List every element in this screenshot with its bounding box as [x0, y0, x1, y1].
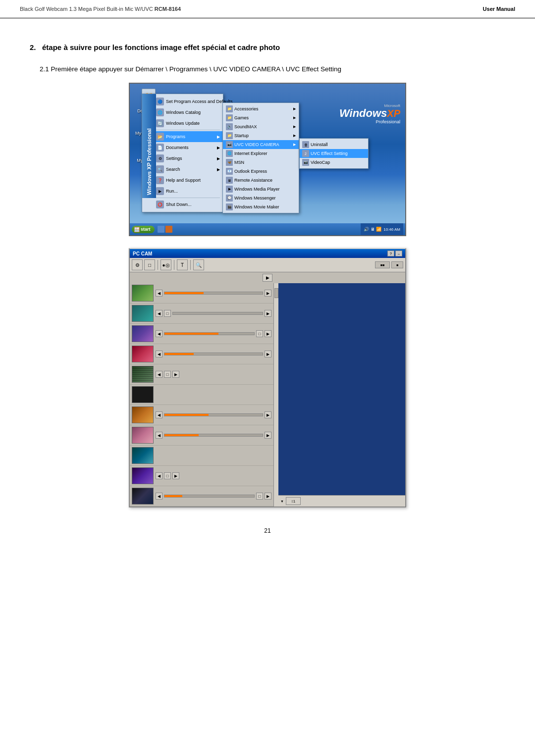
- preview-btn-rec[interactable]: ■■: [375, 261, 390, 268]
- effect-btn-mid-10[interactable]: □: [164, 472, 171, 479]
- sm-item-shutdown[interactable]: ⭕ Shut Down...: [153, 199, 223, 210]
- effect-btn-next-2[interactable]: ▶: [265, 310, 271, 317]
- effect-btn-mid-3[interactable]: □: [256, 330, 263, 337]
- effect-thumb-8[interactable]: [132, 427, 154, 444]
- effect-btn-next-1[interactable]: ▶: [265, 290, 271, 297]
- effect-thumb-11[interactable]: [132, 488, 154, 504]
- effect-btn-prev-3[interactable]: ◀: [156, 330, 162, 337]
- scrollbar-thumb[interactable]: [274, 288, 278, 298]
- effect-slider-7[interactable]: [164, 413, 263, 416]
- prog-startup[interactable]: 📁 Startup ▶: [223, 131, 299, 140]
- effect-btn-next-5[interactable]: ▶: [172, 371, 179, 378]
- prog-remote[interactable]: 🖥 Remote Assistance: [223, 176, 299, 185]
- prog-arrow-uvc: ▶: [293, 143, 296, 147]
- sm-item-catalog[interactable]: 🌐 Windows Catalog: [153, 107, 223, 118]
- effect-thumb-5[interactable]: [132, 366, 154, 383]
- toolbar-btn-circle[interactable]: ●◎: [160, 259, 171, 270]
- effect-row-3: ◀ □ ▶: [130, 324, 273, 344]
- prog-moviemaker[interactable]: 🎬 Windows Movie Maker: [223, 202, 299, 211]
- prog-uvc[interactable]: 📷 UVC VIDEO CAMERA ▶: [223, 140, 299, 149]
- prog-soundmax[interactable]: 🔊 SoundMAX ▶: [223, 122, 299, 131]
- quick-launch-icon1[interactable]: [158, 226, 164, 233]
- prog-ie[interactable]: 🌐 Internet Explorer: [223, 149, 299, 158]
- effect-thumb-1[interactable]: [132, 285, 154, 302]
- sm-icon-run: ▶: [156, 187, 164, 195]
- preview-panel: [278, 283, 405, 495]
- sm-item-documents[interactable]: 📄 Documents ▶: [153, 142, 223, 153]
- effect-row-6: [130, 385, 273, 405]
- effect-slider-2[interactable]: [172, 312, 263, 315]
- preview-btn-stop[interactable]: ■: [391, 261, 403, 268]
- titlebar-minimize-btn[interactable]: –: [395, 251, 402, 256]
- effect-scrollbar[interactable]: [273, 283, 278, 506]
- effect-thumb-6[interactable]: [132, 386, 154, 403]
- quick-launch-icon2[interactable]: [165, 226, 172, 233]
- sm-item-update[interactable]: 🔄 Windows Update: [153, 118, 223, 129]
- prog-outlook[interactable]: 📧 Outlook Express: [223, 167, 299, 176]
- effect-thumb-3[interactable]: [132, 325, 154, 342]
- prog-label-uvc: UVC VIDEO CAMERA: [234, 142, 279, 147]
- effect-btn-next-11[interactable]: ▶: [265, 493, 271, 500]
- sm-item-program-access[interactable]: 🔵 Set Program Access and Defaults: [153, 96, 223, 107]
- prog-games[interactable]: 📁 Games ▶: [223, 113, 299, 122]
- sm-label-help: Help and Support: [166, 178, 201, 183]
- effect-btn-prev-11[interactable]: ◀: [156, 493, 162, 500]
- sm-item-run[interactable]: ▶ Run...: [153, 186, 223, 197]
- preview-column: ▼ ↕1: [278, 283, 405, 506]
- sm-icon-programs: 📂: [156, 133, 164, 141]
- effect-thumb-4[interactable]: [132, 346, 154, 362]
- toolbar-btn-square[interactable]: □: [144, 259, 155, 270]
- play-button[interactable]: ▶: [263, 274, 272, 282]
- sm-item-help[interactable]: ❓ Help and Support: [153, 175, 223, 186]
- preview-bottom-btn1[interactable]: ↕1: [286, 497, 301, 505]
- effect-slider-4[interactable]: [164, 353, 263, 355]
- uvc-label-uninstall: Uninstall: [311, 142, 328, 147]
- effect-btn-prev-1[interactable]: ◀: [156, 290, 162, 297]
- sm-label-search: Search: [166, 167, 180, 172]
- toolbar-btn-zoom[interactable]: 🔍: [193, 259, 204, 270]
- effect-btn-prev-7[interactable]: ◀: [156, 411, 162, 418]
- effect-btn-next-8[interactable]: ▶: [265, 432, 271, 439]
- effect-btn-prev-4[interactable]: ◀: [156, 351, 162, 357]
- uvc-effect-setting[interactable]: 2 UVC Effect Setting: [300, 149, 368, 158]
- effect-slider-8[interactable]: [164, 434, 263, 437]
- effect-slider-fill-3: [164, 333, 218, 335]
- systray-icons: 🔊 🖥 📶: [364, 227, 381, 232]
- sm-item-settings[interactable]: ⚙ Settings ▶: [153, 153, 223, 164]
- effect-slider-11[interactable]: [164, 495, 255, 498]
- effect-btn-prev-8[interactable]: ◀: [156, 432, 162, 439]
- effect-row-9: [130, 446, 273, 466]
- effect-btn-mid-2[interactable]: □: [164, 310, 171, 317]
- prog-messenger[interactable]: 💬 Windows Messenger: [223, 194, 299, 202]
- effect-btn-prev-10[interactable]: ◀: [156, 472, 162, 479]
- prog-label-msg: Windows Messenger: [234, 196, 276, 201]
- effect-btn-next-4[interactable]: ▶: [265, 351, 271, 357]
- effect-btn-prev-5[interactable]: ◀: [156, 371, 162, 378]
- prog-accessories[interactable]: 📁 Accessories ▶: [223, 104, 299, 113]
- uvc-videocap[interactable]: 📷 VideoCap: [300, 158, 368, 167]
- prog-msn[interactable]: 🦋 MSN: [223, 158, 299, 167]
- effect-thumb-7[interactable]: [132, 406, 154, 423]
- effect-btn-mid-11[interactable]: □: [256, 493, 263, 500]
- toolbar-btn-text[interactable]: T: [177, 259, 188, 270]
- effect-btn-prev-2[interactable]: ◀: [156, 310, 162, 317]
- effect-btn-mid-5[interactable]: □: [164, 371, 171, 378]
- sm-label-programs: Programs: [166, 134, 185, 139]
- windows-logo-group: Windows XP: [339, 108, 400, 119]
- sm-item-programs[interactable]: 📂 Programs ▶: [153, 131, 223, 142]
- effect-slider-1[interactable]: [164, 292, 263, 295]
- effect-thumb-10[interactable]: [132, 467, 154, 484]
- effect-thumb-2[interactable]: [132, 305, 154, 322]
- toolbar-btn-gear[interactable]: ⚙: [132, 259, 143, 270]
- effect-slider-3[interactable]: [164, 332, 255, 335]
- prog-icon-msn: 🦋: [226, 159, 233, 166]
- start-button[interactable]: 🪟 start: [132, 226, 155, 233]
- effect-btn-next-10[interactable]: ▶: [172, 472, 179, 479]
- effect-btn-next-7[interactable]: ▶: [265, 411, 271, 418]
- titlebar-question-btn[interactable]: ?: [387, 251, 394, 256]
- prog-mediaplayer[interactable]: ▶ Windows Media Player: [223, 185, 299, 194]
- effect-thumb-9[interactable]: [132, 447, 154, 464]
- effect-btn-next-3[interactable]: ▶: [265, 330, 271, 337]
- uvc-uninstall[interactable]: 🗑 Uninstall: [300, 140, 368, 149]
- sm-item-search[interactable]: 🔍 Search ▶: [153, 164, 223, 175]
